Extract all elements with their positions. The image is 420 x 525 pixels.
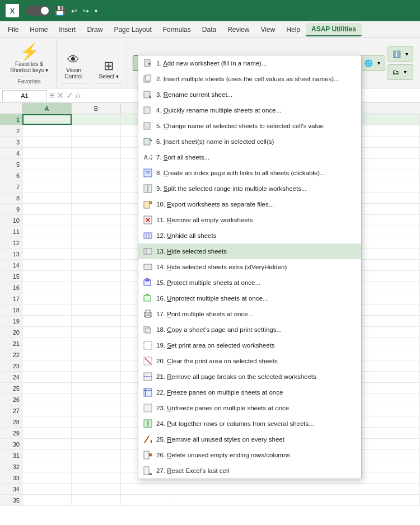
- menu-review[interactable]: Review: [222, 24, 255, 36]
- sheets-menu-item[interactable]: 5. Change name of selected sheets to sel…: [138, 118, 361, 134]
- sheets-menu-item[interactable]: 1. Add new worksheet (fill in a name)...: [138, 55, 361, 71]
- close-button[interactable]: [408, 10, 414, 12]
- grid-cell[interactable]: [72, 282, 121, 293]
- menu-insert[interactable]: Insert: [53, 24, 81, 36]
- grid-cell[interactable]: [22, 428, 72, 438]
- information-dropdown-button[interactable]: ℹ️ ▾: [388, 46, 413, 62]
- grid-cell[interactable]: [72, 215, 121, 226]
- minimize-button[interactable]: [388, 10, 394, 12]
- grid-cell[interactable]: [72, 338, 121, 349]
- grid-cell[interactable]: [72, 360, 121, 371]
- autosave-toggle[interactable]: [26, 6, 50, 16]
- grid-cell[interactable]: [72, 394, 121, 405]
- sheets-menu-item[interactable]: 3. Rename current sheet...: [138, 87, 361, 102]
- quick-access-more[interactable]: ▾: [95, 8, 97, 14]
- vision-control-button[interactable]: 👁 VisionControl: [60, 50, 87, 82]
- grid-cell[interactable]: [72, 237, 121, 248]
- sheets-menu-item[interactable]: 18. Copy a sheet's page and print settin…: [138, 322, 361, 337]
- grid-cell[interactable]: [72, 249, 121, 259]
- menu-view[interactable]: View: [255, 24, 281, 36]
- grid-cell[interactable]: [72, 125, 121, 136]
- grid-cell[interactable]: [22, 137, 72, 147]
- file-system-dropdown-button[interactable]: 🗂 ▾: [388, 64, 413, 80]
- menu-file[interactable]: File: [2, 24, 24, 36]
- grid-cell-rest[interactable]: [170, 495, 420, 505]
- grid-cell[interactable]: [72, 472, 121, 483]
- grid-cell[interactable]: [22, 405, 72, 416]
- grid-cell[interactable]: [22, 372, 72, 382]
- grid-cell[interactable]: [22, 260, 72, 270]
- sheets-menu-item[interactable]: 26. Delete unused empty ending rows/colu…: [138, 447, 361, 463]
- sheets-menu-item[interactable]: 10. Export worksheets as separate files.…: [138, 196, 361, 212]
- menu-formulas[interactable]: Formulas: [157, 24, 197, 36]
- sheets-menu-item[interactable]: 16. Unprotect multiple sheets at once...: [138, 290, 361, 306]
- grid-cell[interactable]: [22, 204, 72, 214]
- sheets-menu-item[interactable]: 24. Put together rows or columns from se…: [138, 416, 361, 432]
- grid-cell[interactable]: [22, 327, 72, 337]
- favorites-button[interactable]: ⚡ Favorites &Shortcut keys ▾: [6, 40, 53, 76]
- undo-button[interactable]: ↩: [71, 7, 77, 15]
- sheets-menu-item[interactable]: 21. Remove all page breaks on the select…: [138, 369, 361, 385]
- name-box[interactable]: [2, 90, 47, 101]
- grid-cell[interactable]: [22, 226, 72, 237]
- sheets-menu-item[interactable]: 11. Remove all empty worksheets: [138, 212, 361, 228]
- grid-cell[interactable]: [22, 416, 72, 427]
- grid-cell[interactable]: [72, 148, 121, 158]
- sheets-menu-item[interactable]: 12. Unhide all sheets: [138, 228, 361, 243]
- sheets-menu-item[interactable]: 8. Create an index page with links to al…: [138, 165, 361, 181]
- grid-cell[interactable]: [72, 484, 121, 494]
- sheets-menu-item[interactable]: A↓Z7. Sort all sheets...: [138, 149, 361, 165]
- grid-cell[interactable]: [72, 304, 121, 315]
- grid-cell[interactable]: [72, 461, 121, 472]
- col-header-a[interactable]: A: [22, 103, 72, 114]
- grid-cell[interactable]: [72, 181, 121, 192]
- maximize-button[interactable]: [398, 10, 404, 12]
- grid-cell[interactable]: [72, 159, 121, 170]
- menu-data[interactable]: Data: [197, 24, 222, 36]
- sheets-menu-item[interactable]: 13. Hide selected sheets: [138, 243, 361, 259]
- save-button[interactable]: 💾: [54, 6, 66, 16]
- grid-cell[interactable]: [22, 383, 72, 393]
- grid-cell[interactable]: [22, 316, 72, 326]
- grid-cell[interactable]: [72, 204, 121, 214]
- sheets-menu-item[interactable]: 17. Print multiple sheets at once...: [138, 306, 361, 322]
- grid-cell[interactable]: [72, 316, 121, 326]
- sheets-menu-item[interactable]: 20. Clear the print area on selected she…: [138, 353, 361, 369]
- grid-cell[interactable]: [72, 383, 121, 393]
- grid-cell[interactable]: [72, 439, 121, 449]
- grid-cell[interactable]: [72, 170, 121, 181]
- grid-cell[interactable]: [121, 495, 170, 505]
- grid-cell[interactable]: [72, 495, 121, 505]
- col-header-b[interactable]: B: [72, 103, 121, 114]
- grid-cell[interactable]: [72, 193, 121, 203]
- sheets-menu-item[interactable]: 2. Insert multiple sheets (uses the cell…: [138, 71, 361, 87]
- web-dropdown-button[interactable]: 🌐 ▾: [360, 55, 385, 71]
- sheets-menu-item[interactable]: 23. Unfreeze panes on multiple sheets at…: [138, 400, 361, 416]
- grid-cell[interactable]: [22, 148, 72, 158]
- grid-cell[interactable]: [72, 271, 121, 282]
- menu-home[interactable]: Home: [24, 24, 53, 36]
- grid-cell[interactable]: [72, 428, 121, 438]
- sheets-menu-item[interactable]: 22. Freeze panes on multiple sheets at o…: [138, 385, 361, 400]
- grid-row[interactable]: 34: [0, 484, 420, 495]
- grid-cell[interactable]: [22, 237, 72, 248]
- redo-button[interactable]: ↪: [83, 7, 89, 15]
- grid-cell[interactable]: [22, 349, 72, 360]
- select-button[interactable]: ⊞ Select ▾: [95, 57, 124, 82]
- grid-cell[interactable]: [22, 249, 72, 259]
- menu-page-layout[interactable]: Page Layout: [108, 24, 157, 36]
- grid-cell[interactable]: [22, 450, 72, 461]
- grid-cell[interactable]: [72, 293, 121, 304]
- grid-cell[interactable]: [22, 159, 72, 170]
- grid-cell[interactable]: [72, 226, 121, 237]
- grid-cell[interactable]: [72, 137, 121, 147]
- grid-cell[interactable]: [72, 416, 121, 427]
- grid-cell[interactable]: [22, 193, 72, 203]
- grid-cell[interactable]: [22, 181, 72, 192]
- grid-cell[interactable]: [22, 271, 72, 282]
- menu-draw[interactable]: Draw: [81, 24, 108, 36]
- grid-cell[interactable]: [22, 293, 72, 304]
- grid-cell[interactable]: [121, 484, 170, 494]
- grid-cell[interactable]: [22, 114, 72, 125]
- grid-cell[interactable]: [22, 282, 72, 293]
